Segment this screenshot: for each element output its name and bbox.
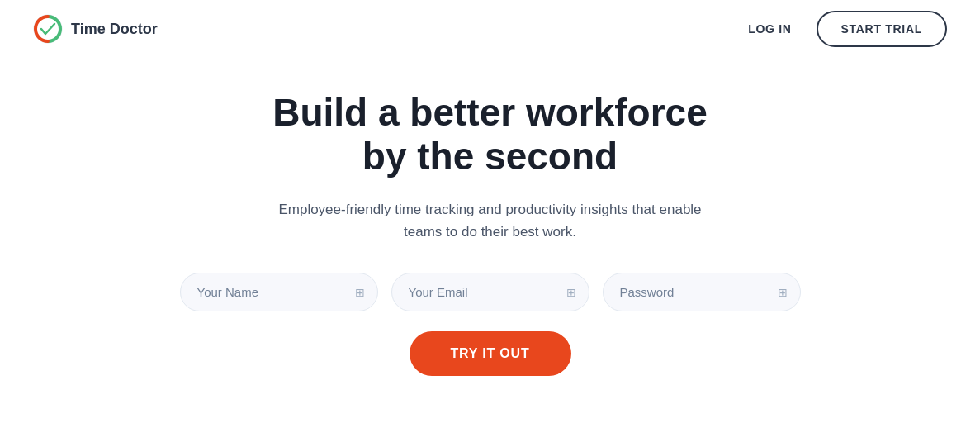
navbar: Time Doctor LOG IN START TRIAL — [0, 0, 980, 58]
logo-icon — [33, 14, 63, 44]
main-content: Build a better workforce by the second E… — [0, 58, 980, 376]
hero-subheadline: Employee-friendly time tracking and prod… — [267, 198, 713, 243]
login-link[interactable]: LOG IN — [748, 22, 791, 36]
hero-headline: Build a better workforce by the second — [272, 91, 708, 178]
name-input-wrapper: ⊞ — [180, 273, 378, 311]
signup-form: ⊞ ⊞ ⊞ — [180, 273, 801, 311]
start-trial-button[interactable]: START TRIAL — [817, 11, 947, 47]
email-input-wrapper: ⊞ — [391, 273, 589, 311]
try-it-out-button[interactable]: TRY IT OUT — [410, 331, 571, 376]
name-input[interactable] — [180, 273, 378, 311]
nav-actions: LOG IN START TRIAL — [748, 11, 947, 47]
password-input[interactable] — [603, 273, 801, 311]
logo-area: Time Doctor — [33, 14, 158, 44]
logo-text: Time Doctor — [71, 21, 158, 38]
password-input-wrapper: ⊞ — [603, 273, 801, 311]
email-input[interactable] — [391, 273, 589, 311]
